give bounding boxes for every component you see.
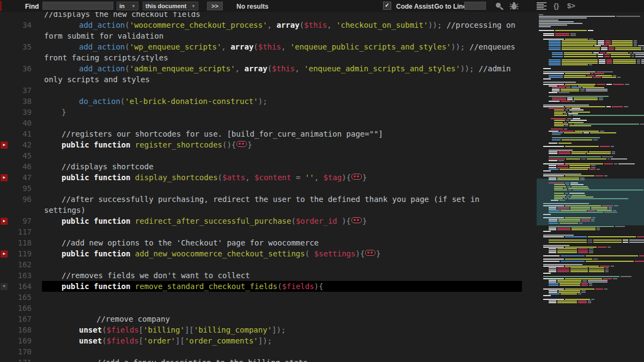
line-number: 165 [8, 293, 37, 302]
line-number: 46 [8, 162, 37, 171]
code-token: $this [258, 42, 281, 51]
code-line[interactable]: 170 [0, 346, 522, 357]
code-line[interactable]: ▶42public function register_shortcodes()… [0, 139, 522, 150]
code-line[interactable]: 39} [0, 107, 522, 118]
code-line[interactable]: 38do_action('el-brick-donation-construct… [0, 96, 522, 107]
code-line[interactable]: 34add_action('woocommerce_checkout_proce… [0, 20, 522, 30]
search-icon[interactable] [496, 3, 501, 8]
code-line[interactable]: 40 [0, 118, 522, 128]
code-line[interactable]: ▼164public function remove_standard_chec… [0, 281, 522, 292]
code-line[interactable]: 167//remove company [0, 314, 522, 324]
folded-code-pill-icon[interactable] [351, 217, 362, 223]
code-token: ( [291, 217, 295, 225]
minimap-row [537, 231, 644, 232]
code-line[interactable]: 41//registers our shortcodes for use. [b… [0, 128, 522, 139]
minimap-row [537, 226, 644, 227]
fold-collapsed-marker-icon[interactable]: ▶ [1, 250, 8, 257]
code-token: )); [451, 42, 470, 51]
code-line[interactable]: settings) [0, 205, 522, 216]
minimap-row [537, 113, 644, 114]
code-token: , [221, 42, 230, 51]
code-token: 'woocommerce_checkout_process' [130, 21, 268, 29]
minimap-row [537, 292, 644, 293]
fold-collapsed-marker-icon[interactable]: ▶ [1, 174, 8, 181]
line-number: 166 [8, 304, 37, 312]
fold-expanded-marker-icon[interactable]: ▼ [1, 283, 8, 290]
minimap-row [537, 125, 644, 126]
code-line[interactable]: 166 [0, 303, 522, 314]
code-line[interactable]: 45 [0, 150, 522, 161]
code-token: //processing on [446, 21, 515, 29]
find-expand-button[interactable]: >> [207, 2, 223, 10]
folded-code-pill-icon[interactable] [236, 141, 247, 147]
code-token: } [362, 173, 367, 182]
minimap-row [537, 153, 644, 154]
gutter-marker-cell: ▶ [0, 142, 8, 149]
minimap-row [537, 24, 644, 26]
code-line[interactable]: ▶97public function redirect_after_succes… [0, 216, 522, 226]
code-line[interactable]: 95 [0, 183, 522, 194]
code-line[interactable]: 37 [0, 85, 522, 96]
minimap-content [537, 14, 644, 303]
minimap-row [537, 242, 644, 243]
code-line[interactable]: 96//after successfully purchasing, redir… [0, 194, 522, 205]
minimap-row [537, 112, 644, 113]
code-line[interactable]: //displays the new checkout fields [0, 12, 522, 20]
check-icon: ✓ [385, 2, 389, 8]
find-scope-dropdown[interactable]: this document▼ [143, 2, 198, 10]
fold-marker-clipped[interactable] [0, 1, 2, 11]
minimap-row [537, 14, 644, 15]
code-token: ]); [258, 336, 272, 345]
code-line[interactable]: ▶119public function add_new_woocommerce_… [0, 248, 522, 259]
find-in-dropdown[interactable]: in▼ [117, 2, 138, 10]
code-line[interactable]: 165 [0, 292, 522, 303]
code-line[interactable]: 35add_action('wp_enqueue_scripts', array… [0, 41, 522, 52]
minimap-row [537, 20, 644, 21]
code-text: //after successfully purchasing, redirec… [37, 194, 522, 205]
code-editor[interactable]: //displays the new checkout fields34add_… [0, 12, 522, 362]
code-token: ); [258, 97, 268, 106]
chevron-down-icon: ▼ [131, 4, 136, 9]
code-line[interactable]: 171//add a fancy description to the bill… [0, 357, 522, 362]
line-number: 42 [8, 140, 37, 149]
code-assist-checkbox[interactable]: ✓ [383, 2, 391, 10]
minimap-row [537, 274, 644, 275]
code-line[interactable]: only scripts and styles [0, 74, 522, 85]
code-token: $content [254, 173, 291, 182]
code-token: ][ [175, 336, 185, 345]
find-input[interactable] [42, 2, 113, 10]
code-token: 'admin_enqueue_scripts' [130, 64, 235, 73]
code-line[interactable]: front facing scripts/styles [0, 52, 522, 63]
fold-collapsed-marker-icon[interactable]: ▶ [1, 142, 8, 149]
code-line[interactable]: form submit for validation [0, 30, 522, 41]
bug-icon[interactable] [509, 1, 519, 10]
code-line[interactable]: 117 [0, 226, 522, 237]
code-line[interactable]: ▶47public function display_shortcodes($a… [0, 172, 522, 183]
code-line[interactable]: 118//add new options to the 'Checkout' p… [0, 237, 522, 248]
goto-line-input[interactable] [464, 2, 486, 10]
code-line[interactable]: 162 [0, 259, 522, 270]
code-token: //registers our shortcodes for use. [bui… [62, 130, 383, 138]
code-line[interactable]: 169unset($fields['order']['order_comment… [0, 335, 522, 346]
minimap-row [537, 77, 644, 78]
code-token: $this [272, 64, 295, 73]
code-token: ){ [314, 282, 324, 291]
code-line[interactable]: 36add_action('admin_enqueue_scripts', ar… [0, 63, 522, 74]
code-line[interactable]: 168unset($fields['billing']['billing_com… [0, 324, 522, 335]
code-token: register_shortcodes [135, 140, 222, 149]
format-lines-icon[interactable] [537, 2, 546, 10]
folded-code-pill-icon[interactable] [365, 250, 375, 256]
folded-code-pill-icon[interactable] [351, 174, 362, 180]
minimap-viewport[interactable] [537, 179, 644, 225]
minimap-row [537, 21, 644, 22]
code-token: $this [304, 21, 327, 29]
fold-collapsed-marker-icon[interactable]: ▶ [1, 218, 8, 225]
braces-icon[interactable]: {} [554, 2, 559, 10]
minimap-row [537, 285, 644, 286]
minimap-row [537, 120, 644, 121]
code-token: [ [139, 336, 143, 345]
shell-prompt-icon[interactable]: $> [567, 2, 575, 10]
minimap[interactable] [537, 14, 644, 362]
code-line[interactable]: 46//displays shortcode [0, 161, 522, 172]
code-line[interactable]: 163//removes fields we don't want to col… [0, 270, 522, 281]
